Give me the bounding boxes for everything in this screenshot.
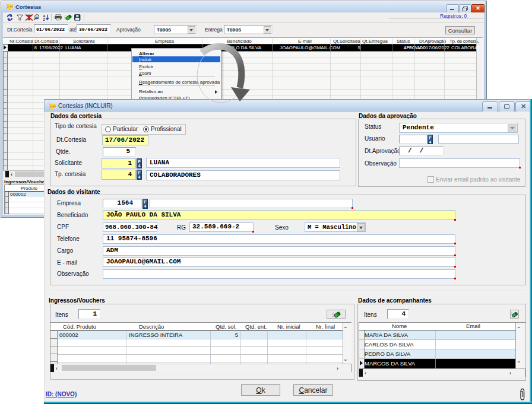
svg-text:p: p: [36, 15, 39, 19]
svg-text:Z: Z: [43, 18, 46, 21]
